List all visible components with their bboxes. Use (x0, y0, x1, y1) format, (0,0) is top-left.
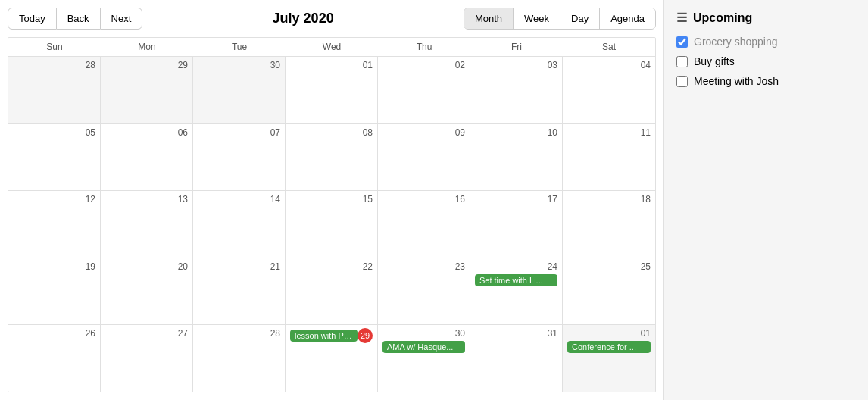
todo-checkbox[interactable] (676, 76, 688, 87)
sidebar-title: Upcoming (693, 11, 752, 25)
view-agenda-button[interactable]: Agenda (599, 8, 655, 29)
weeks: 2829300102030405060708091011121314151617… (8, 57, 655, 392)
day-cell[interactable]: 28 (193, 325, 286, 392)
day-cell[interactable]: 03 (470, 57, 563, 123)
todo-checkbox[interactable] (676, 36, 688, 48)
week-row: 26272829lesson with Prof...30AMA w/ Hasq… (8, 325, 655, 392)
day-num: 22 (290, 261, 373, 272)
day-cell[interactable]: 16 (378, 191, 470, 258)
day-num: 18 (567, 194, 651, 205)
day-cell[interactable]: 21 (193, 258, 286, 325)
day-cell[interactable]: 13 (101, 191, 193, 258)
todo-item: Grocery shopping (676, 36, 856, 48)
day-cell[interactable]: 27 (101, 325, 193, 392)
day-num: 03 (475, 60, 557, 70)
day-header-tue: Tue (193, 38, 286, 56)
day-cell[interactable]: 10 (470, 124, 563, 191)
week-row: 12131415161718 (8, 191, 655, 258)
calendar-grid: SunMonTueWedThuFriSat 282930010203040506… (8, 37, 656, 392)
day-num: 14 (198, 194, 280, 205)
day-num: 13 (105, 194, 188, 205)
day-cell[interactable]: 23 (378, 258, 470, 325)
day-num: 25 (567, 261, 651, 272)
todo-item: Meeting with Josh (676, 75, 856, 87)
day-cell[interactable]: 15 (286, 191, 378, 258)
day-cell[interactable]: 25 (563, 258, 655, 325)
back-button[interactable]: Back (57, 8, 100, 30)
day-cell[interactable]: 18 (563, 191, 655, 258)
day-cell[interactable]: 09 (378, 124, 470, 191)
day-header-thu: Thu (378, 38, 470, 56)
day-num: 30 (382, 328, 465, 339)
day-cell[interactable]: 20 (101, 258, 193, 325)
day-cell[interactable]: 05 (8, 124, 101, 191)
view-month-button[interactable]: Month (464, 8, 513, 29)
day-num: 23 (382, 261, 465, 272)
day-header-sun: Sun (8, 38, 101, 56)
day-num: 01 (290, 60, 373, 70)
day-cell[interactable]: 22 (286, 258, 378, 325)
day-cell[interactable]: 31 (470, 325, 563, 392)
day-num: 24 (475, 261, 557, 272)
today-button[interactable]: Today (8, 8, 57, 30)
day-cell[interactable]: 29 (101, 57, 193, 123)
event-pill[interactable]: lesson with Prof... (290, 330, 358, 342)
day-cell[interactable]: 30 (193, 57, 286, 123)
todo-item: Buy gifts (676, 55, 856, 67)
day-cell[interactable]: 12 (8, 191, 101, 258)
view-week-button[interactable]: Week (513, 8, 560, 29)
day-cell[interactable]: 07 (193, 124, 286, 191)
day-num: 29 (105, 60, 188, 70)
day-num: 15 (290, 194, 373, 205)
day-header-fri: Fri (470, 38, 563, 56)
day-cell[interactable]: 14 (193, 191, 286, 258)
day-num: 17 (475, 194, 557, 205)
next-button[interactable]: Next (100, 8, 143, 30)
list-icon: ☰ (676, 11, 687, 25)
day-num: 12 (13, 194, 95, 205)
calendar-title: July 2020 (142, 11, 464, 27)
day-num: 11 (567, 127, 651, 138)
day-cell[interactable]: 06 (101, 124, 193, 191)
day-num: 04 (567, 60, 651, 70)
day-num: 05 (13, 127, 95, 138)
event-pill[interactable]: Set time with Li... (475, 274, 557, 286)
event-pill[interactable]: Conference for ... (567, 341, 651, 353)
todo-checkbox[interactable] (676, 56, 688, 67)
day-cell[interactable]: 01Conference for ... (563, 325, 655, 392)
day-num: 06 (105, 127, 188, 138)
day-num: 26 (13, 328, 95, 339)
day-num: 08 (290, 127, 373, 138)
day-num: 30 (198, 60, 280, 70)
day-num: 16 (382, 194, 465, 205)
day-cell[interactable]: 01 (286, 57, 378, 123)
todo-label[interactable]: Grocery shopping (694, 36, 778, 48)
day-cell[interactable]: 08 (286, 124, 378, 191)
day-cell[interactable]: 19 (8, 258, 101, 325)
event-pill[interactable]: AMA w/ Hasque... (382, 341, 465, 353)
day-num: 09 (382, 127, 465, 138)
day-cell[interactable]: 30AMA w/ Hasque... (378, 325, 470, 392)
day-num: 21 (198, 261, 280, 272)
day-headers: SunMonTueWedThuFriSat (8, 38, 655, 57)
view-switcher: Month Week Day Agenda (464, 8, 656, 30)
day-cell[interactable]: 29lesson with Prof... (286, 325, 378, 392)
day-cell[interactable]: 28 (8, 57, 101, 123)
todo-label[interactable]: Buy gifts (694, 55, 735, 67)
day-cell[interactable]: 17 (470, 191, 563, 258)
day-num: 07 (198, 127, 280, 138)
day-cell[interactable]: 02 (378, 57, 470, 123)
day-num: 27 (105, 328, 188, 339)
day-cell[interactable]: 26 (8, 325, 101, 392)
day-num: 02 (382, 60, 465, 70)
day-num: 10 (475, 127, 557, 138)
week-row: 192021222324Set time with Li...25 (8, 258, 655, 326)
todo-label[interactable]: Meeting with Josh (694, 75, 779, 87)
day-cell[interactable]: 04 (563, 57, 655, 123)
day-num: 28 (198, 328, 280, 339)
day-num: 19 (13, 261, 95, 272)
day-cell[interactable]: 11 (563, 124, 655, 191)
day-cell[interactable]: 24Set time with Li... (470, 258, 563, 325)
day-num: 28 (13, 60, 95, 70)
view-day-button[interactable]: Day (560, 8, 599, 29)
